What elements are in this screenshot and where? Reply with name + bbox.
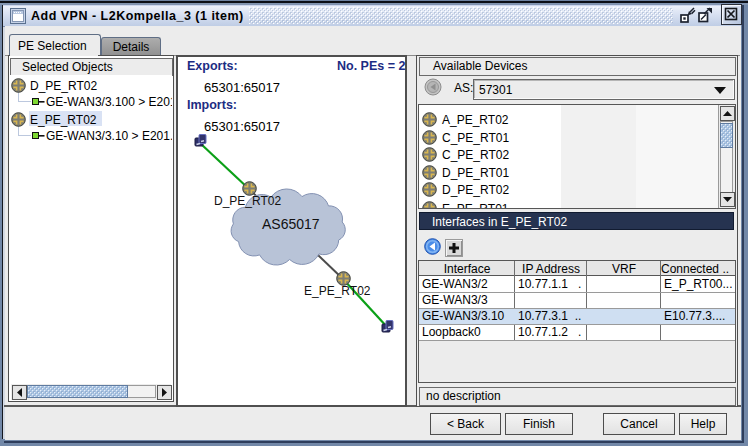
svg-text:E_PE_RT02: E_PE_RT02 — [304, 284, 371, 298]
svg-text:AS65017: AS65017 — [262, 216, 320, 232]
svg-text:D_PE_RT02: D_PE_RT02 — [214, 194, 281, 208]
